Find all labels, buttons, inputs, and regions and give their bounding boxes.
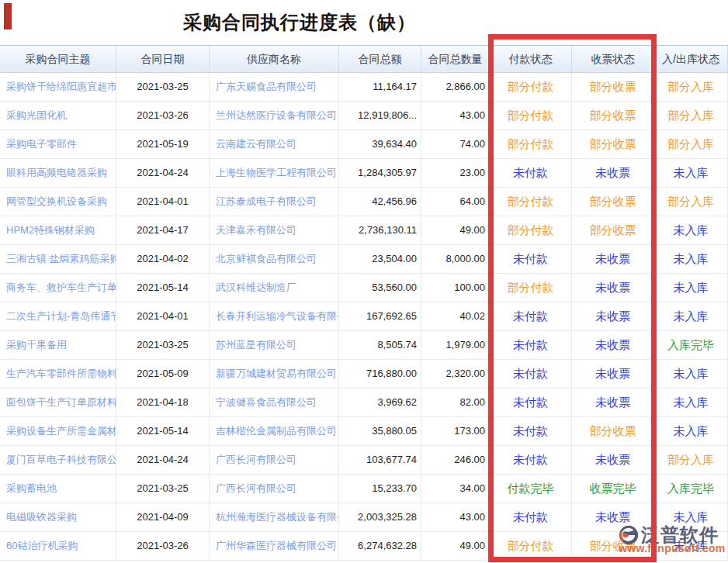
cell-subject[interactable]: 二次生产计划-青岛伟通节能 [0,302,116,331]
cell-total-amount: 3,969.62 [339,389,421,417]
cell-total-qty: 74.00 [421,130,490,159]
cell-supplier-link[interactable]: 宁波健喜食品有限公司 [210,389,339,417]
cell-payment-status: 未付款 [490,417,572,446]
column-header-subject: 采购合同主题 [0,46,116,72]
page-title: 采购合同执行进度表（缺） [0,10,599,35]
cell-stock-status: 未入库 [654,216,728,245]
cell-invoice-status: 未收票 [572,360,654,389]
cell-stock-status: 未入库 [654,503,728,532]
cell-supplier-link[interactable]: 吉林楷伦金属制品有限公司 [210,417,339,446]
cell-subject[interactable]: 采购电子零部件 [0,130,116,159]
cell-contract-date: 2021-05-14 [116,417,210,446]
table-row: 采购光固化机2021-03-26兰州达然医疗设备有限公司12,919,806..… [0,102,728,130]
cell-total-qty: 100.00 [421,274,490,302]
cell-invoice-status: 收票完毕 [572,475,654,503]
cell-invoice-status: 部分收票 [572,216,654,245]
cell-total-amount: 53,560.00 [339,274,421,302]
cell-invoice-status: 部分收票 [572,73,654,102]
cell-contract-date: 2021-04-01 [116,188,210,216]
table-row: 面包饼干生产订单原材料2021-04-18宁波健喜食品有限公司3,969.628… [0,389,728,417]
cell-invoice-status: 未收票 [572,245,654,274]
cell-stock-status: 部分入库 [654,446,728,475]
cell-supplier-link[interactable]: 武汉科维达制造厂 [210,274,339,302]
cell-stock-status: 部分入库 [654,73,728,102]
cell-total-qty: 23.00 [421,159,490,188]
cell-payment-status: 部分付款 [490,274,572,302]
table-row: 采购干果备用2021-03-25苏州蓝星有限公司8,505.741,979.00… [0,331,728,360]
cell-payment-status: 未付款 [490,360,572,389]
cell-subject[interactable]: 眼科用高频电铬器采购 [0,159,116,188]
column-header-stock: 入/出库状态 [654,46,728,72]
cell-subject[interactable]: 商务车、救护车生产订单 [0,274,116,302]
cell-supplier-link[interactable]: 苏州蓝星有限公司 [210,331,339,360]
table-body: 采购饼干给绵阳惠宜超市2021-03-25广东天赐食品有限公司11,164.17… [0,73,728,561]
column-header-amount: 合同总额 [339,46,421,72]
cell-total-qty: 8,000.00 [421,245,490,274]
cell-total-qty: 1,979.00 [421,331,490,360]
column-header-pay: 付款状态 [490,46,572,72]
cell-stock-status: 未入库 [654,360,728,389]
cell-payment-status: 未付款 [490,245,572,274]
cell-invoice-status: 部分收票 [572,130,654,159]
cell-subject[interactable]: HPM2特殊钢材采购 [0,216,116,245]
cell-stock-status: 入库完毕 [654,331,728,360]
cell-contract-date: 2021-03-26 [116,532,210,561]
cell-payment-status: 未付款 [490,446,572,475]
table-row: 网管型交换机设备采购2021-04-01江苏泰成电子有限公司42,456.966… [0,188,728,216]
cell-contract-date: 2021-03-26 [116,102,210,130]
cell-stock-status: 未入库 [654,274,728,302]
cell-contract-date: 2021-03-25 [116,331,210,360]
cell-payment-status: 未付款 [490,503,572,532]
cell-supplier-link[interactable]: 江苏泰成电子有限公司 [210,188,339,216]
cell-total-qty: 34.00 [421,475,490,503]
cell-supplier-link[interactable]: 广西长河有限公司 [210,446,339,475]
cell-supplier-link[interactable]: 云南建云有限公司 [210,130,339,159]
cell-stock-status: 未入库 [654,159,728,188]
cell-supplier-link[interactable]: 广西长河有限公司 [210,475,339,503]
cell-supplier-link[interactable]: 长春开利运输冷气设备有限公司 [210,302,339,331]
cell-invoice-status: 未收票 [572,302,654,331]
table-row: 60钴治疗机采购2021-03-26广州华森医疗器械有限公司6,274,632.… [0,532,728,561]
cell-total-qty: 82.00 [421,389,490,417]
table-row: 采购蓄电池2021-03-25广西长河有限公司15,233.7034.00付款完… [0,475,728,503]
cell-contract-date: 2021-03-25 [116,73,210,102]
cell-subject[interactable]: 60钴治疗机采购 [0,532,116,561]
cell-subject[interactable]: 三湘古镇 盐焗素鸡筋采购 [0,245,116,274]
cell-invoice-status: 未收票 [572,446,654,475]
cell-subject[interactable]: 采购干果备用 [0,331,116,360]
cell-subject[interactable]: 电磁吸铁器采购 [0,503,116,532]
cell-stock-status: 未入库 [654,245,728,274]
cell-subject[interactable]: 采购蓄电池 [0,475,116,503]
cell-total-qty: 49.00 [421,532,490,561]
cell-supplier-link[interactable]: 天津嘉禾有限公司 [210,216,339,245]
cell-invoice-status: 部分收票 [572,188,654,216]
cell-total-amount: 11,164.17 [339,73,421,102]
cell-total-amount: 35,880.05 [339,417,421,446]
cell-subject[interactable]: 采购饼干给绵阳惠宜超市 [0,73,116,102]
cell-payment-status: 未付款 [490,331,572,360]
cell-contract-date: 2021-04-01 [116,302,210,331]
cell-subject[interactable]: 网管型交换机设备采购 [0,188,116,216]
cell-supplier-link[interactable]: 广东天赐食品有限公司 [210,73,339,102]
cell-subject[interactable]: 面包饼干生产订单原材料 [0,389,116,417]
cell-subject[interactable]: 采购设备生产所需金属材料 [0,417,116,446]
cell-supplier-link[interactable]: 广州华森医疗器械有限公司 [210,532,339,561]
cell-total-qty: 2,320.00 [421,360,490,389]
cell-supplier-link[interactable]: 新疆万城建材贸易有限公司 [210,360,339,389]
cell-supplier-link[interactable]: 杭州瀚海医疗器械设备有限公司 [210,503,339,532]
cell-total-qty: 43.00 [421,503,490,532]
cell-supplier-link[interactable]: 北京鲜祺食品有限公司 [210,245,339,274]
cell-supplier-link[interactable]: 兰州达然医疗设备有限公司 [210,102,339,130]
cell-payment-status: 部分付款 [490,102,572,130]
cell-invoice-status: 未收票 [572,331,654,360]
cell-invoice-status: 部分收票 [572,102,654,130]
cell-subject[interactable]: 厦门百草电子科技有限公司 [0,446,116,475]
cell-subject[interactable]: 采购光固化机 [0,102,116,130]
cell-payment-status: 未付款 [490,389,572,417]
cell-contract-date: 2021-04-02 [116,245,210,274]
cell-subject[interactable]: 生产汽车零部件所需物料 [0,360,116,389]
table-row: 采购饼干给绵阳惠宜超市2021-03-25广东天赐食品有限公司11,164.17… [0,73,728,102]
cell-invoice-status: 未收票 [572,274,654,302]
cell-supplier-link[interactable]: 上海生物医学工程有限公司 [210,159,339,188]
cell-total-amount: 716,880.00 [339,360,421,389]
